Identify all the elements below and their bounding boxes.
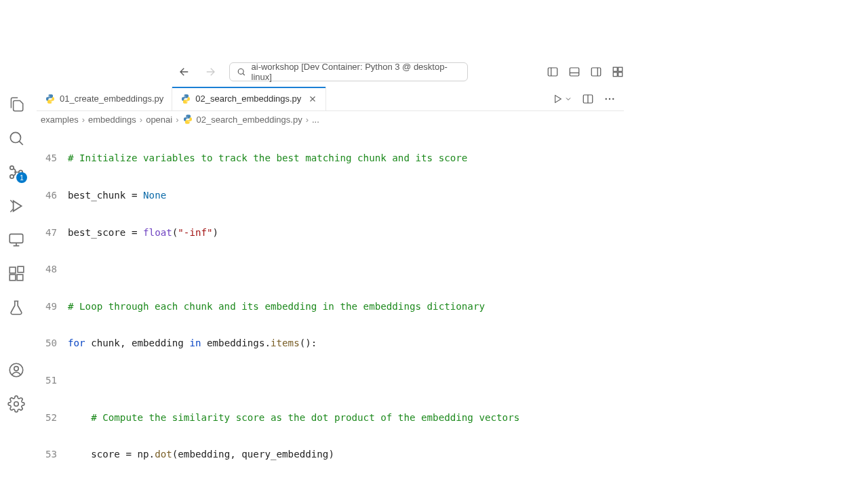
accounts-button[interactable] [7,361,26,380]
customize-layout-button[interactable] [612,66,624,78]
chevron-right-icon: › [82,115,85,125]
svg-point-19 [14,402,19,407]
breadcrumb-item[interactable]: embeddings [88,115,136,125]
manage-button[interactable] [7,394,26,413]
files-icon [7,96,25,113]
editor-actions [552,87,624,110]
line-number: 45 [37,152,68,164]
layout-controls [547,66,624,78]
line-number: 49 [37,300,68,312]
chevron-down-icon [564,95,572,103]
search-label: ai-workshop [Dev Container: Python 3 @ d… [252,62,460,82]
close-icon[interactable] [308,94,317,104]
testing-view-button[interactable] [7,298,26,317]
python-file-icon [180,94,191,104]
search-icon [237,67,246,77]
breadcrumb-item[interactable]: ... [312,115,319,125]
svg-point-8 [10,132,20,142]
layout-grid-icon [612,66,624,78]
activity-bar: 1 [0,87,33,488]
breadcrumb[interactable]: examples › embeddings › openai › 02_sear… [41,111,624,127]
line-number: 54 [37,485,68,488]
tab-label: 02_search_embeddings.py [195,94,301,104]
run-debug-view-button[interactable] [7,197,26,216]
activity-bar-bottom [0,361,33,413]
command-center-search[interactable]: ai-workshop [Dev Container: Python 3 @ d… [229,62,468,81]
search-view-button[interactable] [7,129,26,148]
arrow-left-icon [178,66,191,78]
line-number: 53 [37,448,68,460]
svg-rect-7 [618,73,623,77]
title-bar: ai-workshop [Dev Container: Python 3 @ d… [0,60,868,84]
more-icon[interactable] [604,93,616,105]
toggle-secondary-sidebar-button[interactable] [590,66,602,78]
extensions-icon [7,265,25,283]
svg-rect-4 [613,67,617,71]
search-icon [7,129,25,147]
nav-arrows [178,65,217,79]
svg-rect-5 [618,67,623,71]
extensions-view-button[interactable] [7,264,26,283]
svg-point-21 [606,98,607,99]
chevron-right-icon: › [306,115,309,125]
svg-point-22 [609,98,610,99]
svg-rect-16 [18,266,24,272]
remote-explorer-view-button[interactable] [7,230,26,249]
line-number: 47 [37,226,68,239]
gear-icon [7,395,25,413]
svg-point-18 [14,367,19,371]
play-icon [552,94,563,104]
toggle-panel-button[interactable] [568,66,580,78]
panel-left-icon [547,66,559,78]
panel-right-icon [590,66,602,78]
breadcrumb-item[interactable]: examples [41,115,79,125]
breadcrumb-item[interactable]: 02_search_embeddings.py [197,115,302,125]
svg-rect-12 [9,234,23,243]
python-file-icon [45,94,56,104]
explorer-view-button[interactable] [7,95,26,114]
python-file-icon [182,114,193,125]
panel-bottom-icon [568,66,580,78]
line-number: 52 [37,411,68,424]
svg-rect-3 [591,68,601,76]
scm-badge: 1 [16,172,27,183]
editor-tabs: 01_create_embeddings.py 02_search_embedd… [37,87,624,111]
line-number: 50 [37,337,68,349]
tab-01-create-embeddings[interactable]: 01_create_embeddings.py [37,87,172,110]
tab-02-search-embeddings[interactable]: 02_search_embeddings.py [172,87,326,110]
chevron-right-icon: › [176,115,178,125]
svg-point-10 [10,175,14,178]
chevron-right-icon: › [140,115,142,125]
nav-back-button[interactable] [178,65,191,79]
line-number: 51 [37,374,68,386]
svg-point-9 [10,166,14,169]
tab-label: 01_create_embeddings.py [60,94,163,104]
source-control-view-button[interactable]: 1 [7,163,26,182]
svg-rect-14 [9,274,16,281]
svg-rect-2 [570,68,579,76]
svg-rect-1 [548,68,557,76]
svg-point-23 [612,98,614,99]
line-number: 48 [37,263,68,275]
arrow-right-icon [204,66,216,78]
run-file-button[interactable] [552,94,572,104]
account-icon [7,361,25,379]
svg-rect-13 [9,267,16,273]
code-editor[interactable]: 45# Initialize variables to track the be… [37,127,868,488]
toggle-primary-sidebar-button[interactable] [547,66,559,78]
nav-forward-button[interactable] [203,65,217,79]
svg-rect-15 [17,274,23,281]
svg-point-0 [238,68,243,74]
svg-rect-6 [613,73,617,77]
breadcrumb-item[interactable]: openai [146,115,172,125]
line-number: 46 [37,189,68,201]
split-editor-icon[interactable] [582,93,594,105]
debug-icon [7,197,25,215]
beaker-icon [7,299,25,317]
remote-icon [7,231,25,249]
